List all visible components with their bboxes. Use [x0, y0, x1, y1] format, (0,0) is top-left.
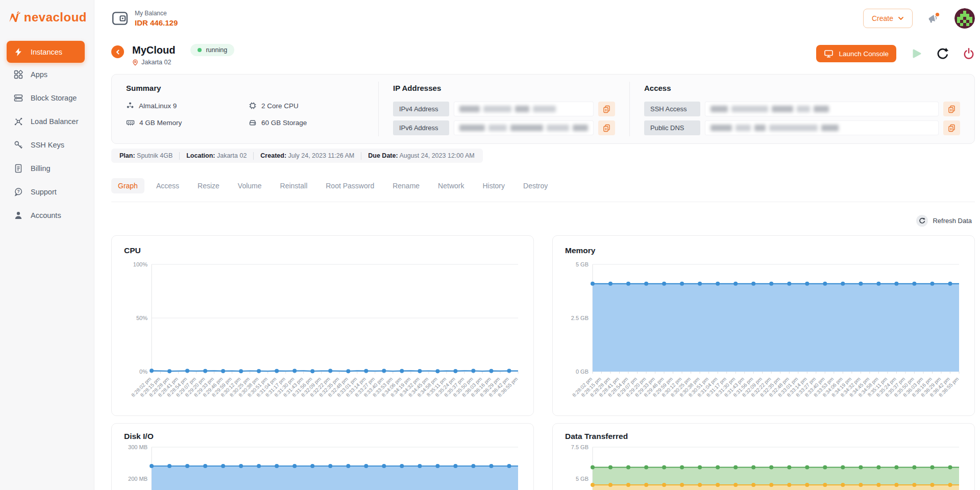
ip-addresses-section: IP Addresses IPv4 Address	[378, 82, 629, 136]
svg-text:100%: 100%	[133, 261, 148, 267]
start-instance-button[interactable]	[910, 47, 922, 60]
tab-network[interactable]: Network	[431, 178, 471, 193]
access-title: Access	[644, 84, 960, 92]
ipv6-label: IPv6 Address	[393, 120, 449, 135]
cpu-icon	[249, 102, 257, 110]
megaphone-icon	[927, 12, 940, 24]
summary-storage: 60 GB Storage	[249, 118, 364, 127]
sidebar: nevacloud Instances Apps	[0, 0, 94, 490]
sidebar-item-label: Accounts	[31, 211, 61, 219]
power-icon	[963, 47, 975, 60]
topbar: My Balance IDR 446.129 Create	[111, 0, 975, 31]
ipv4-value-redacted	[454, 102, 594, 116]
instance-actions: Launch Console	[816, 44, 975, 62]
sidebar-item-label: Instances	[31, 48, 62, 56]
block-storage-icon	[13, 93, 23, 103]
status-label: running	[206, 46, 227, 54]
avatar[interactable]	[954, 8, 975, 29]
tab-history[interactable]: History	[476, 178, 511, 193]
billing-icon	[13, 164, 23, 173]
access-section: Access SSH Access Public	[629, 82, 974, 136]
svg-text:7.5 GB: 7.5 GB	[571, 444, 589, 450]
tab-graph[interactable]: Graph	[111, 178, 144, 193]
summary-storage-label: 60 GB Storage	[261, 119, 307, 127]
sidebar-item-label: Support	[31, 188, 57, 196]
reboot-instance-button[interactable]	[936, 47, 949, 60]
copy-ssh-button[interactable]	[943, 102, 960, 116]
public-dns-value-redacted	[705, 120, 939, 135]
sidebar-item-label: Block Storage	[31, 94, 77, 102]
tab-destroy[interactable]: Destroy	[517, 178, 554, 193]
public-dns-row: Public DNS	[644, 120, 960, 135]
meta-plan: Plan: Sputnik 4GB	[119, 152, 173, 159]
tab-reinstall[interactable]: Reinstall	[274, 178, 314, 193]
refresh-row: Refresh Data	[111, 214, 975, 227]
divider	[361, 152, 361, 160]
launch-console-button[interactable]: Launch Console	[816, 45, 896, 62]
sidebar-item-instances[interactable]: Instances	[7, 41, 85, 63]
apps-icon	[13, 70, 23, 79]
copy-icon	[603, 105, 610, 113]
ipv4-row: IPv4 Address	[393, 102, 615, 116]
sidebar-item-label: Billing	[31, 164, 51, 173]
ssh-access-row: SSH Access	[644, 102, 960, 116]
tab-root-password[interactable]: Root Password	[319, 178, 381, 193]
svg-text:50%: 50%	[136, 315, 148, 321]
launch-console-label: Launch Console	[839, 50, 889, 58]
tab-rename[interactable]: Rename	[386, 178, 426, 193]
back-button[interactable]	[111, 45, 124, 58]
sidebar-item-block-storage[interactable]: Block Storage	[0, 86, 94, 110]
sidebar-item-accounts[interactable]: Accounts	[0, 204, 94, 227]
main-content: My Balance IDR 446.129 Create	[94, 0, 980, 490]
ipv6-value-redacted	[454, 120, 594, 135]
tab-access[interactable]: Access	[150, 178, 186, 193]
svg-text:2.5 GB: 2.5 GB	[571, 315, 589, 321]
copy-ipv6-button[interactable]	[598, 120, 615, 135]
refresh-data-button[interactable]: Refresh Data	[913, 214, 975, 227]
announcements-button[interactable]	[927, 12, 940, 24]
ssh-access-value-redacted	[705, 102, 939, 116]
summary-os: AlmaLinux 9	[126, 102, 249, 110]
chevron-left-icon	[115, 50, 120, 55]
summary-cpu: 2 Core CPU	[249, 102, 364, 110]
instance-title: MyCloud	[132, 44, 175, 56]
copy-dns-button[interactable]	[943, 120, 960, 135]
refresh-data-label: Refresh Data	[933, 217, 972, 225]
sidebar-item-apps[interactable]: Apps	[0, 63, 94, 86]
balance-label: My Balance	[135, 10, 178, 17]
ipv6-row: IPv6 Address	[393, 120, 615, 135]
ip-addresses-title: IP Addresses	[393, 84, 615, 92]
create-button[interactable]: Create	[863, 9, 913, 28]
tab-volume[interactable]: Volume	[231, 178, 268, 193]
svg-text:300 MB: 300 MB	[128, 444, 148, 450]
summary-memory: 4 GB Memory	[126, 118, 249, 127]
nevacloud-logo-icon	[8, 11, 20, 24]
disk-io-chart: 300 MB200 MB100 MB0 MB8:28:02 pm8:28:15 …	[124, 442, 521, 490]
cpu-chart-title: CPU	[124, 246, 521, 255]
sidebar-item-load-balancer[interactable]: Load Balancer	[0, 110, 94, 133]
meta-due-date: Due Date: August 24, 2023 12:00 AM	[368, 152, 474, 159]
instance-tabs: Graph Access Resize Volume Reinstall Roo…	[111, 178, 975, 202]
wallet-icon	[111, 10, 129, 27]
avatar-identicon	[954, 8, 975, 29]
sidebar-item-ssh-keys[interactable]: SSH Keys	[0, 133, 94, 157]
copy-ipv4-button[interactable]	[598, 102, 615, 116]
app-window: nevacloud Instances Apps	[0, 0, 980, 490]
ipv4-label: IPv4 Address	[393, 102, 449, 116]
load-balancer-icon	[13, 117, 23, 126]
ssh-access-label: SSH Access	[644, 102, 700, 116]
instance-location: Jakarta 02	[132, 59, 234, 66]
create-button-label: Create	[872, 14, 893, 22]
memory-chart-card: Memory 5 GB2.5 GB0 GB8:28:02 pm8:28:15 p…	[552, 235, 975, 416]
cpu-chart: 100%50%0%8:28:02 pm8:28:15 pm8:28:28 pm8…	[124, 259, 521, 412]
topbar-actions: Create	[863, 8, 975, 29]
memory-chart-title: Memory	[565, 246, 962, 255]
sidebar-item-support[interactable]: ? Support	[0, 180, 94, 204]
sidebar-item-billing[interactable]: Billing	[0, 157, 94, 180]
power-off-button[interactable]	[963, 47, 975, 60]
instances-icon	[13, 47, 23, 57]
svg-text:5 GB: 5 GB	[576, 261, 589, 267]
tab-resize[interactable]: Resize	[191, 178, 226, 193]
summary-os-label: AlmaLinux 9	[139, 102, 177, 110]
divider	[253, 152, 254, 160]
